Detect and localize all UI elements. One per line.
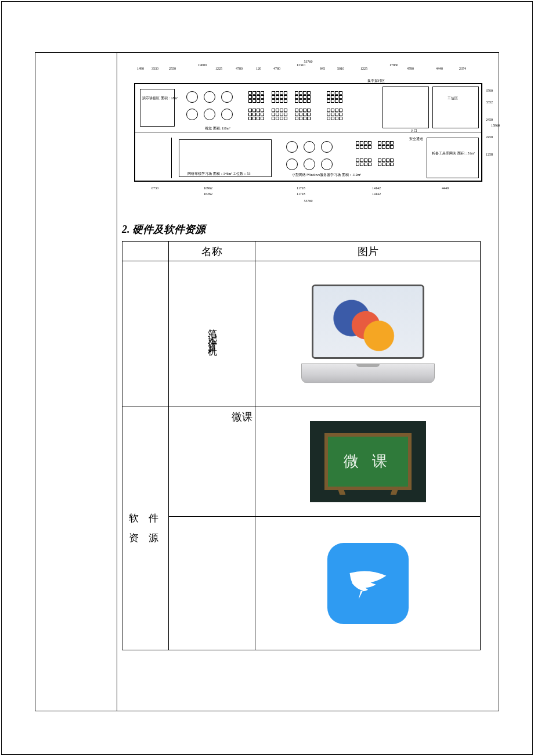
header-category-blank: [122, 242, 169, 261]
round-table-icon: [186, 91, 198, 103]
dim-top-seg-7: 4780: [273, 67, 280, 70]
dingtalk-icon: [327, 543, 409, 624]
micro-name-text: 微课: [232, 411, 252, 423]
desk-grid-icon: [356, 159, 371, 166]
section-heading: 2. 硬件及软件资源: [122, 222, 499, 236]
dim-bot-total: 53760: [304, 199, 313, 203]
table-row: 软 件 资 源 微课 微 课: [122, 406, 481, 517]
resources-table: 名称 图片 笔记本计算机: [122, 241, 481, 650]
table-row: 笔记本计算机: [122, 261, 481, 406]
dim-top-seg-14: 4440: [436, 67, 443, 70]
round-table-icon: [204, 91, 215, 103]
image-cell-micro: 微 课: [255, 406, 481, 517]
dim-bot-4: 4440: [442, 186, 449, 190]
floorplan-outline: 演示讲授区 面积：18m² 视觉 面积: 110m² 工位区: [134, 83, 482, 182]
laptop-base: [301, 363, 435, 383]
dim-top-seg-10: 5010: [337, 67, 344, 70]
chalkboard-board: 微 课: [324, 433, 412, 490]
laptop-icon: [301, 285, 435, 383]
round-table-icon: [286, 159, 298, 170]
round-table-icon: [321, 141, 333, 153]
name-cell-dingtalk: [168, 517, 255, 650]
board-leg: [390, 487, 399, 495]
desk-grid-icon: [248, 109, 264, 120]
floorplan-figure: 53760 1490 3530 2550 19680 1225 4780 120…: [128, 60, 488, 205]
round-table-icon: [321, 159, 333, 170]
dim-top-seg-5: 4780: [236, 67, 243, 70]
dim-top-seg-13: 4780: [407, 67, 414, 70]
laptop-screen: [312, 285, 424, 359]
label-entrance: 人口: [410, 128, 417, 134]
dim-top-seg-6: 120: [256, 67, 261, 70]
dim-bot-3: 14142: [372, 186, 381, 190]
desk-grid-icon: [356, 141, 371, 149]
dim-top-seg-15: 2374: [459, 67, 466, 70]
dim-bot-2: 11718: [297, 186, 305, 190]
round-table-icon: [304, 141, 315, 153]
label-demo-area: 演示讲授区 面积：18m²: [142, 96, 178, 101]
dim-bot-1: 16962: [204, 186, 212, 190]
table-row: [122, 517, 481, 650]
round-table-icon: [286, 141, 298, 153]
desk-grid-icon: [327, 91, 342, 103]
document-frame: 53760 1490 3530 2550 19680 1225 4780 120…: [35, 52, 499, 711]
image-cell-laptop: [255, 261, 481, 406]
board-leg: [337, 487, 345, 495]
stair-left: [140, 138, 172, 178]
software-category-text: 软 件 资 源: [122, 509, 168, 548]
room-top-right-a: [383, 87, 429, 128]
laptop-notch: [356, 364, 380, 367]
dim-top-seg-1: 3530: [151, 67, 158, 70]
desk-grid-icon: [248, 91, 264, 103]
dim-top-seg-2: 2550: [169, 67, 176, 70]
desk-grid-icon: [327, 109, 342, 120]
name-cell-laptop: 笔记本计算机: [168, 261, 255, 406]
label-network-lab: 网络布线学习场 面积：146m² 工位数：53: [187, 171, 250, 177]
dim-top-seg-11: 1225: [360, 67, 367, 70]
round-table-icon: [221, 91, 233, 103]
dingtalk-wing-icon: [342, 557, 394, 610]
dim-r-total: 15960: [491, 124, 500, 127]
room-top-right-b: [432, 87, 479, 128]
desk-grid-icon: [295, 109, 311, 120]
desk-grid-icon: [272, 109, 287, 120]
laptop-name-text: 笔记本计算机: [206, 322, 218, 343]
dim-top-seg-12: 17960: [389, 63, 398, 67]
table-header-row: 名称 图片: [122, 242, 481, 261]
chalkboard-icon: 微 课: [310, 421, 426, 502]
round-table-icon: [221, 109, 233, 120]
dim-bot-1b: 16262: [204, 192, 212, 196]
name-cell-micro: 微课: [168, 406, 255, 517]
wallpaper-graphic: [313, 286, 423, 357]
room-storage: [427, 138, 479, 178]
header-image: 图片: [255, 242, 481, 261]
category-cell-software: 软 件 资 源: [122, 406, 169, 650]
dim-top-seg-8: 12310: [297, 63, 305, 67]
dim-top-seg-3: 19680: [198, 63, 207, 67]
chalk-text: 微 课: [344, 451, 392, 471]
dim-bot-0: 6730: [151, 186, 158, 190]
content-column: 53760 1490 3530 2550 19680 1225 4780 120…: [117, 53, 499, 711]
round-table-icon: [186, 109, 198, 120]
dim-bot-2b: 11718: [297, 192, 305, 196]
round-table-icon: [204, 109, 215, 120]
dim-bot-3b: 14142: [372, 192, 381, 196]
desk-grid-icon: [378, 141, 394, 149]
dim-top-seg-0: 1490: [137, 67, 144, 70]
label-storage: 耗备工具库网关 面积：51m²: [432, 151, 475, 156]
label-safety: 安全通道: [409, 136, 423, 142]
dim-top-seg-4: 1225: [215, 67, 222, 70]
dim-r-2: 2450: [486, 118, 493, 121]
desk-grid-icon: [272, 91, 287, 103]
desk-grid-icon: [378, 159, 394, 166]
dim-r-4: 1258: [486, 153, 493, 156]
category-cell-blank: [122, 261, 169, 406]
header-name: 名称: [168, 242, 255, 261]
dim-top-seg-9: 845: [320, 67, 325, 70]
round-table-icon: [304, 159, 315, 170]
label-visual: 视觉 面积: 110m²: [205, 126, 230, 131]
label-windows-lab: 小型网络/Windows服务器学习场 面积：112m²: [292, 172, 361, 178]
dim-r-0: 3700: [486, 89, 493, 92]
image-cell-dingtalk: [255, 517, 481, 650]
room-top-left: [140, 89, 175, 127]
